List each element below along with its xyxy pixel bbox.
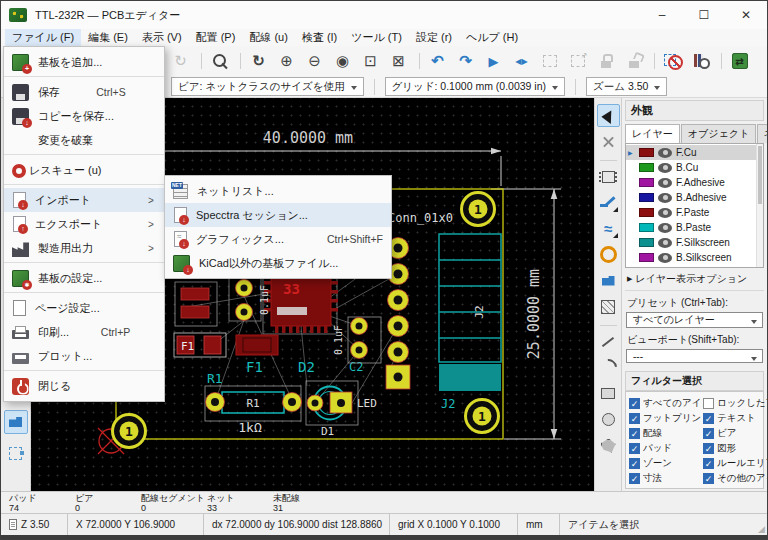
menubar-item[interactable]: ツール (T) [344,29,409,46]
layer-row[interactable]: ▶ B.Paste [626,220,763,235]
filter-checkbox-item[interactable]: ルールエリア [703,456,767,471]
add-via-button[interactable] [597,243,620,266]
file-menu-item[interactable]: プロット... > [4,344,164,371]
find-button[interactable] [206,48,233,74]
appearance-tab[interactable]: レイヤー [625,124,680,143]
layer-color-swatch[interactable] [639,163,654,172]
capacitor-c2[interactable]: 0.1uF [333,317,381,363]
rotate-cw-button[interactable] [452,48,479,74]
add-zone-button[interactable] [597,269,620,292]
checkbox-icon[interactable] [703,413,714,424]
add-footprint-button[interactable] [597,165,620,188]
checkbox-icon[interactable] [629,458,640,469]
preset-select[interactable]: すべてのレイヤー [626,312,763,328]
appearance-tab[interactable]: オブジェクト [681,124,756,143]
layer-color-swatch[interactable] [639,178,654,187]
layer-color-swatch[interactable] [639,148,654,157]
close-button[interactable]: ✕ [725,1,767,29]
file-menu-item[interactable]: 保存 Ctrl+S > [4,80,164,104]
layer-list-scrollbar[interactable] [756,144,763,267]
checkbox-icon[interactable] [629,398,640,409]
filter-checkbox-item[interactable]: パッド [629,441,701,456]
add-rule-area-button[interactable] [597,295,620,318]
import-submenu-item[interactable]: グラフィックス... Ctrl+Shift+F [165,227,391,251]
fuse-f1[interactable]: F1 [174,333,278,357]
file-menu-item[interactable]: 変更を破棄 > [4,128,164,155]
resistor-r1[interactable]: R1 1kΩ [205,386,302,435]
filter-checkbox-item[interactable]: 配線 [629,426,701,441]
menubar-item[interactable]: 編集 (E) [81,29,135,46]
checkbox-icon[interactable] [703,398,714,409]
sketch-mode-button[interactable] [4,441,28,465]
minimize-button[interactable]: – [641,1,683,29]
import-submenu-item[interactable]: Specctra セッション... [165,203,391,227]
library-browser-button[interactable] [687,48,714,74]
menubar-item[interactable]: ファイル (F) [5,29,81,46]
checkbox-icon[interactable] [629,428,640,439]
layer-visibility-eye-icon[interactable] [658,163,672,173]
file-menu-item[interactable]: 基板の設定... > [4,266,164,293]
layer-visibility-eye-icon[interactable] [658,148,672,158]
layer-visibility-eye-icon[interactable] [658,178,672,188]
layer-row[interactable]: ▶ F.Paste [626,205,763,220]
checkbox-icon[interactable] [703,473,714,484]
rotate-ccw-button[interactable] [424,48,451,74]
checkbox-icon[interactable] [629,473,640,484]
draw-polygon-button[interactable] [597,434,620,457]
checkbox-icon[interactable] [629,413,640,424]
menubar-item[interactable]: ヘルプ (H) [459,29,525,46]
layer-visibility-eye-icon[interactable] [658,253,672,263]
zoom-page-button[interactable] [357,48,384,74]
file-menu-item[interactable]: コピーを保存... > [4,104,164,128]
menubar-item[interactable]: 設定 (r) [409,29,459,46]
maximize-button[interactable]: ☐ [683,1,725,29]
resize-grip[interactable]: ◢ [758,524,765,534]
viewport-select[interactable]: --- [626,349,763,363]
via-size-dropdown[interactable]: ビア: ネットクラスのサイズを使用 [171,77,364,96]
menubar-item[interactable]: 配線 (u) [242,29,295,46]
checkbox-icon[interactable] [703,458,714,469]
import-submenu-item[interactable]: KiCad以外の基板ファイル... [165,251,391,275]
led-d1[interactable]: LED D1 [306,381,377,438]
mirror-button[interactable] [508,48,535,74]
layer-visibility-eye-icon[interactable] [658,193,672,203]
draw-line-button[interactable] [597,330,620,353]
filter-checkbox-item[interactable]: すべてのアイテム [629,396,701,411]
filter-checkbox-item[interactable]: ビア [703,426,767,441]
appearance-tab[interactable]: ネット [757,124,768,143]
layer-row[interactable]: ▶ F.Silkscreen [626,235,763,250]
copper-zone[interactable] [439,364,501,391]
swap-footprint-button[interactable] [726,48,753,74]
layer-row[interactable]: ▶ B.Adhesive [626,190,763,205]
route-tracks-button[interactable] [597,191,620,214]
draw-arc-button[interactable] [597,356,620,379]
zoom-out-button[interactable] [301,48,328,74]
layer-visibility-eye-icon[interactable] [658,223,672,233]
zoom-in-button[interactable] [273,48,300,74]
layer-row[interactable]: ▶ F.Cu [626,145,763,160]
checkbox-icon[interactable] [703,443,714,454]
layer-visibility-eye-icon[interactable] [658,268,672,269]
menubar-item[interactable]: 表示 (V) [135,29,189,46]
file-menu-item[interactable]: 基板を追加... > [4,50,164,77]
flip-button[interactable] [480,48,507,74]
draw-rectangle-button[interactable] [597,382,620,405]
zoom-selection-button[interactable] [385,48,412,74]
layer-color-swatch[interactable] [639,208,654,217]
menubar-item[interactable]: 配置 (P) [189,29,243,46]
file-menu-item[interactable]: 製造用出力 > [4,236,164,263]
refresh-button[interactable] [245,48,272,74]
connector-j2[interactable]: Conn_01x0 J2 J2 [386,211,501,411]
lock-button[interactable] [592,48,619,74]
layer-color-swatch[interactable] [639,223,654,232]
zoom-dropdown[interactable]: ズーム 3.50 [586,77,667,96]
ferrite-footprint[interactable] [175,282,217,326]
file-menu-item[interactable]: エクスポート > [4,212,164,236]
filter-checkbox-item[interactable]: テキスト [703,411,767,426]
layer-display-options[interactable]: ▶ レイヤー表示オプション [625,268,764,291]
tune-track-length-button[interactable] [597,217,620,240]
filter-checkbox-item[interactable]: 寸法 [629,471,701,486]
layer-visibility-eye-icon[interactable] [658,208,672,218]
layer-color-swatch[interactable] [639,238,654,247]
group-button[interactable] [536,48,563,74]
